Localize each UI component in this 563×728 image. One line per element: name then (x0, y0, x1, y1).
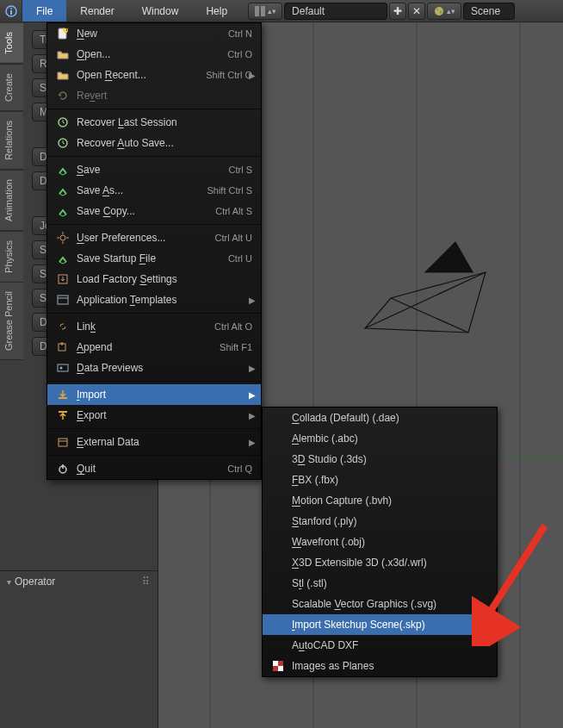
file-menu-item[interactable]: Export▶ (47, 405, 261, 426)
file-menu-item[interactable]: External Data▶ (47, 432, 261, 452)
menu-shortcut: Ctrl Alt U (215, 233, 252, 243)
blank-icon (269, 432, 287, 445)
file-menu-item[interactable]: SaveCtrl S (47, 159, 261, 180)
import-submenu-item[interactable]: Collada (Default) (.dae) (263, 408, 497, 428)
blank-icon (269, 535, 287, 549)
file-menu-item[interactable]: Revert (47, 85, 261, 106)
import-submenu-item[interactable]: Stl (.stl) (263, 573, 497, 594)
svg-rect-4 (261, 6, 265, 16)
menu-item-label: External Data (77, 436, 252, 448)
menu-shortcut: Shift F1 (220, 342, 252, 352)
save-icon (54, 184, 71, 197)
menu-item-label: 3D Studio (.3ds) (292, 453, 488, 465)
menu-item-label: Scalable Vector Graphics (.svg) (292, 598, 488, 610)
file-menu-item[interactable]: +NewCtrl N (47, 23, 261, 44)
blank-icon (269, 576, 287, 590)
import-submenu-item[interactable]: Scalable Vector Graphics (.svg) (263, 594, 497, 614)
svg-marker-16 (425, 242, 473, 272)
menu-help[interactable]: Help (192, 0, 241, 22)
menu-shortcut: Ctrl Alt S (215, 206, 252, 216)
file-menu-item[interactable]: Open...Ctrl O (47, 44, 261, 65)
import-submenu-item[interactable]: X3D Extensible 3D (.x3d/.wrl) (263, 552, 497, 573)
save-icon (54, 204, 71, 218)
blank-icon (269, 638, 287, 652)
scene-browse-button[interactable]: ▴▾ (427, 3, 461, 20)
import-submenu-item[interactable]: FBX (.fbx) (263, 470, 497, 490)
layout-browse-button[interactable]: ▴▾ (248, 3, 282, 20)
recover-icon (54, 136, 71, 150)
vtab-greasepencil[interactable]: Grease Pencil (0, 282, 23, 360)
svg-point-1 (10, 8, 12, 9)
link-icon (54, 320, 71, 333)
file-menu-item[interactable]: Save Copy...Ctrl Alt S (47, 201, 261, 221)
menu-window[interactable]: Window (128, 0, 193, 22)
menu-item-label: Export (77, 409, 252, 421)
import-submenu-item[interactable]: AutoCAD DXF (263, 635, 497, 656)
submenu-arrow-icon: ▶ (249, 364, 256, 373)
menu-item-label: Wavefront (.obj) (292, 536, 488, 548)
blank-icon (269, 618, 287, 632)
svg-rect-42 (278, 666, 283, 671)
layout-name-field[interactable]: Default (284, 3, 387, 20)
file-menu-item[interactable]: Recover Auto Save... (47, 133, 261, 153)
import-submenu-item[interactable]: Wavefront (.obj) (263, 532, 497, 552)
file-menu-item[interactable]: QuitCtrl Q (47, 458, 261, 479)
menu-render[interactable]: Render (66, 0, 127, 22)
blank-icon (269, 597, 287, 611)
doc-new-icon: + (54, 27, 71, 40)
vtab-tools[interactable]: Tools (0, 22, 23, 64)
file-menu-item[interactable]: Import▶ (47, 384, 261, 405)
import-submenu-item[interactable]: Import Sketchup Scene(.skp) (263, 614, 497, 635)
menu-item-label: X3D Extensible 3D (.x3d/.wrl) (292, 557, 488, 569)
vtab-animation[interactable]: Animation (0, 170, 23, 231)
submenu-arrow-icon: ▶ (249, 390, 256, 400)
scene-name-field[interactable]: Scene (463, 3, 515, 20)
revert-icon (54, 89, 71, 103)
vtab-create[interactable]: Create (0, 64, 23, 111)
file-menu-item[interactable]: Save Startup FileCtrl U (47, 248, 261, 269)
import-submenu-item[interactable]: Motion Capture (.bvh) (263, 490, 497, 511)
import-submenu-item[interactable]: Images as Planes (263, 656, 497, 676)
menu-item-label: Alembic (.abc) (292, 432, 488, 445)
drag-handle-icon[interactable]: ⠿ (142, 576, 151, 588)
svg-point-6 (436, 8, 439, 10)
submenu-arrow-icon: ▶ (249, 411, 256, 420)
file-menu-item[interactable]: Data Previews▶ (47, 358, 261, 378)
info-icon[interactable] (0, 0, 22, 22)
layout-delete-button[interactable]: ✕ (408, 3, 425, 20)
file-menu-item[interactable]: User Preferences...Ctrl Alt U (47, 227, 261, 248)
vtab-physics[interactable]: Physics (0, 231, 23, 283)
operator-panel: ▾Operator ⠿ (0, 570, 158, 728)
file-menu-item[interactable]: LinkCtrl Alt O (47, 316, 261, 337)
menu-shortcut: Ctrl N (228, 28, 252, 39)
menu-shortcut: Shift Ctrl O (206, 70, 252, 80)
operator-title: ▾Operator (7, 576, 55, 588)
import-submenu-item[interactable]: 3D Studio (.3ds) (263, 449, 497, 470)
save-icon (54, 163, 71, 177)
import-submenu-item[interactable]: Stanford (.ply) (263, 511, 497, 532)
blank-icon (269, 411, 287, 425)
file-menu-item[interactable]: Application Templates▶ (47, 289, 261, 310)
file-menu-item[interactable]: Recover Last Session (47, 112, 261, 133)
submenu-arrow-icon: ▶ (249, 296, 256, 305)
layout-add-button[interactable]: ✚ (389, 3, 406, 20)
blank-icon (269, 556, 287, 569)
toolshelf-tabs: Tools Create Relations Animation Physics… (0, 22, 23, 361)
svg-rect-2 (10, 10, 12, 15)
submenu-arrow-icon: ▶ (249, 71, 256, 80)
vtab-relations[interactable]: Relations (0, 111, 23, 170)
import-submenu-item[interactable]: Alembic (.abc) (263, 428, 497, 449)
file-menu-item[interactable]: Save As...Shift Ctrl S (47, 180, 261, 201)
svg-text:+: + (64, 27, 70, 34)
svg-rect-35 (59, 439, 67, 446)
menu-item-label: Save (77, 164, 229, 176)
menu-item-label: Open... (77, 48, 227, 60)
svg-rect-34 (59, 411, 67, 413)
template-icon (54, 293, 71, 307)
file-menu-item[interactable]: Load Factory Settings (47, 269, 261, 289)
menu-item-label: Quit (77, 463, 227, 475)
file-menu-item[interactable]: AppendShift F1 (47, 337, 261, 358)
menu-file[interactable]: File (22, 0, 66, 22)
menu-item-label: Collada (Default) (.dae) (292, 412, 488, 424)
file-menu-item[interactable]: Open Recent...Shift Ctrl O▶ (47, 65, 261, 85)
